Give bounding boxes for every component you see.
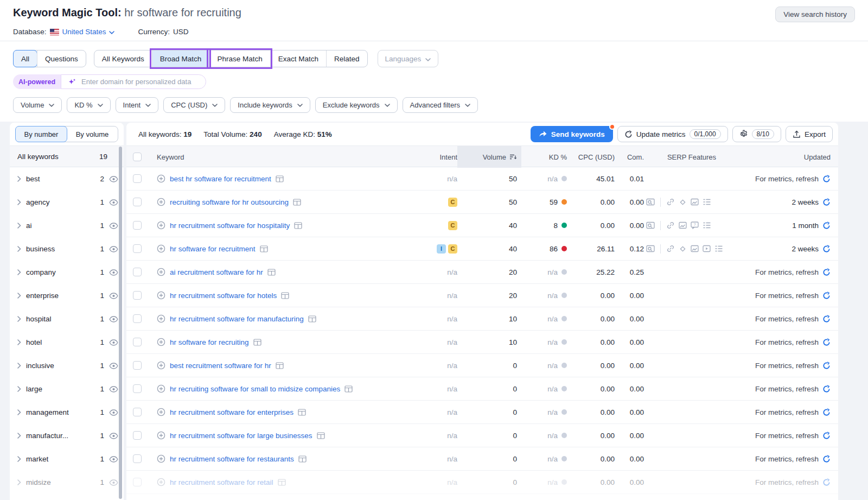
chevron-right-icon[interactable] <box>17 386 21 392</box>
chevron-right-icon[interactable] <box>17 433 21 439</box>
row-checkbox[interactable] <box>133 361 142 370</box>
view-search-history-button[interactable]: View search history <box>775 7 855 22</box>
settings-button[interactable]: 8/10 <box>732 126 781 142</box>
serp-preview-icon[interactable] <box>344 385 353 393</box>
refresh-icon[interactable] <box>822 292 831 300</box>
serp-feature-list-icon[interactable] <box>714 245 723 252</box>
keyword-link[interactable]: recruiting software for hr outsourcing <box>170 198 289 206</box>
add-keyword-icon[interactable] <box>157 244 165 253</box>
tab-exact-match[interactable]: Exact Match <box>270 50 326 67</box>
row-checkbox[interactable] <box>133 198 142 206</box>
serp-preview-icon[interactable] <box>253 339 261 346</box>
serp-preview-icon[interactable] <box>260 245 268 252</box>
eye-icon[interactable] <box>109 269 118 276</box>
sidebar-scrollbar[interactable] <box>119 147 122 499</box>
tab-all[interactable]: All <box>13 50 37 67</box>
keyword-link[interactable]: hr recruitment software for enterprises <box>170 408 293 416</box>
domain-input[interactable] <box>80 77 199 86</box>
add-keyword-icon[interactable] <box>157 198 165 206</box>
row-checkbox[interactable] <box>133 221 142 230</box>
select-all-checkbox[interactable] <box>133 153 142 161</box>
refresh-icon[interactable] <box>822 455 831 463</box>
serp-feature-link-icon[interactable] <box>666 221 675 230</box>
add-keyword-icon[interactable] <box>157 338 165 346</box>
add-keyword-icon[interactable] <box>157 314 165 323</box>
row-checkbox[interactable] <box>133 384 142 393</box>
filter-kd-[interactable]: KD % <box>67 97 110 113</box>
filter-include-keywords[interactable]: Include keywords <box>230 97 310 113</box>
refresh-icon[interactable] <box>822 198 831 206</box>
serp-preview-icon[interactable] <box>276 362 284 369</box>
add-keyword-icon[interactable] <box>157 431 165 440</box>
row-checkbox[interactable] <box>133 244 142 253</box>
send-keywords-button[interactable]: Send keywords <box>531 126 613 142</box>
row-checkbox[interactable] <box>133 454 142 463</box>
eye-icon[interactable] <box>109 293 118 299</box>
serp-feature-link-icon[interactable] <box>666 244 675 253</box>
eye-icon[interactable] <box>109 386 118 393</box>
serp-feature-serp-preview-icon[interactable] <box>646 221 655 229</box>
serp-preview-icon[interactable] <box>293 199 301 206</box>
filter-exclude-keywords[interactable]: Exclude keywords <box>315 97 398 113</box>
serp-preview-icon[interactable] <box>298 409 306 416</box>
serp-feature-faq-icon[interactable]: ? <box>691 221 699 229</box>
chevron-right-icon[interactable] <box>17 363 21 369</box>
refresh-icon[interactable] <box>822 408 831 416</box>
sidebar-group-large[interactable]: large1 <box>10 377 124 401</box>
sidebar-group-ai[interactable]: ai1 <box>10 214 124 237</box>
serp-preview-icon[interactable] <box>294 222 302 229</box>
chevron-right-icon[interactable] <box>17 223 21 229</box>
update-metrics-button[interactable]: Update metrics 0/1,000 <box>617 126 728 142</box>
sidebar-group-enterprise[interactable]: enterprise1 <box>10 284 124 307</box>
sidebar-group-management[interactable]: management1 <box>10 401 124 424</box>
keyword-link[interactable]: hr software for recruitment <box>170 245 256 253</box>
serp-feature-serp-preview-icon[interactable] <box>646 198 655 206</box>
chevron-right-icon[interactable] <box>17 479 21 485</box>
serp-feature-sitelinks-icon[interactable] <box>679 245 687 253</box>
chevron-right-icon[interactable] <box>17 246 21 252</box>
serp-feature-video-icon[interactable] <box>703 245 711 252</box>
row-checkbox[interactable] <box>133 291 142 300</box>
sidebar-group-inclusive[interactable]: inclusive1 <box>10 354 124 377</box>
serp-feature-image-icon[interactable] <box>691 198 699 206</box>
keyword-link[interactable]: hr recruitment software for hospitality <box>170 221 290 230</box>
row-checkbox[interactable] <box>133 431 142 440</box>
sidebar-group-midsize[interactable]: midsize1 <box>10 471 124 494</box>
refresh-icon[interactable] <box>822 175 831 183</box>
serp-feature-list-icon[interactable] <box>703 221 711 229</box>
keyword-link[interactable]: hr recruitment software for hotels <box>170 292 277 300</box>
row-checkbox[interactable] <box>133 478 142 486</box>
serp-preview-icon[interactable] <box>281 292 289 299</box>
chevron-right-icon[interactable] <box>17 409 21 415</box>
add-keyword-icon[interactable] <box>157 478 165 486</box>
languages-dropdown[interactable]: Languages <box>378 50 439 67</box>
add-keyword-icon[interactable] <box>157 268 165 276</box>
refresh-icon[interactable] <box>822 385 831 393</box>
refresh-icon[interactable] <box>822 432 831 440</box>
eye-icon[interactable] <box>109 176 118 182</box>
chevron-right-icon[interactable] <box>17 269 21 275</box>
keyword-link[interactable]: hr recruitment software for restaurants <box>170 455 294 463</box>
add-keyword-icon[interactable] <box>157 408 165 416</box>
tab-phrase-match[interactable]: Phrase Match <box>209 50 270 67</box>
serp-feature-sitelinks-icon[interactable] <box>679 198 687 206</box>
chevron-right-icon[interactable] <box>17 316 21 322</box>
filter-advanced-filters[interactable]: Advanced filters <box>403 97 478 113</box>
refresh-icon[interactable] <box>822 315 831 323</box>
serp-feature-list-icon[interactable] <box>703 198 711 206</box>
chevron-right-icon[interactable] <box>17 456 21 462</box>
keyword-link[interactable]: hr software for recruiting <box>170 338 249 346</box>
chevron-right-icon[interactable] <box>17 339 21 345</box>
serp-preview-icon[interactable] <box>278 479 286 486</box>
add-keyword-icon[interactable] <box>157 221 165 230</box>
add-keyword-icon[interactable] <box>157 291 165 300</box>
eye-icon[interactable] <box>109 479 118 486</box>
refresh-icon[interactable] <box>822 362 831 370</box>
eye-icon[interactable] <box>109 456 118 463</box>
add-keyword-icon[interactable] <box>157 361 165 370</box>
eye-icon[interactable] <box>109 433 118 439</box>
refresh-icon[interactable] <box>822 268 831 276</box>
filter-intent[interactable]: Intent <box>116 97 159 113</box>
refresh-icon[interactable] <box>822 221 831 230</box>
serp-preview-icon[interactable] <box>308 315 316 322</box>
